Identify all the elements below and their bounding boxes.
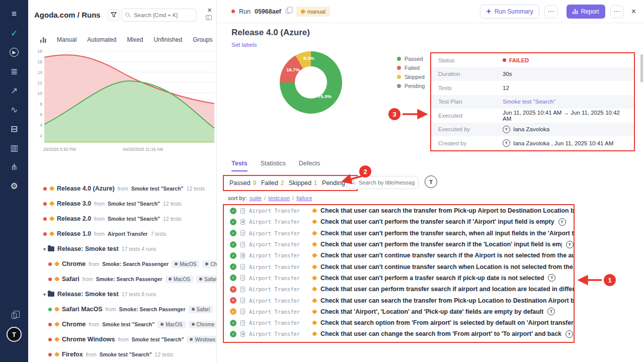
run-list-item[interactable]: ▾ Release: Smoke test 17 tests 4 runs [28, 241, 217, 256]
filter-funnel-button[interactable] [108, 9, 119, 21]
test-row[interactable]: Airport Transfer Check that user can't p… [224, 239, 574, 250]
run-filter-tab[interactable]: Unfinished [153, 36, 182, 43]
run-list-item[interactable]: Chrome from Smoke: Search Passenger MacO… [28, 256, 217, 272]
run-name: Release 4.0 (Azure) [57, 185, 115, 192]
from-label: from [83, 276, 93, 282]
run-status-dot [43, 202, 47, 206]
funnel-icon [111, 12, 117, 18]
test-row[interactable]: Airport Transfer Check that user can per… [224, 284, 574, 295]
sort-by-suite[interactable]: suite [250, 195, 262, 201]
test-row[interactable]: Airport Transfer Check that search optio… [224, 317, 574, 328]
tests-search-input[interactable] [346, 176, 419, 189]
test-status-icon [230, 331, 236, 337]
os-icon [175, 262, 178, 265]
run-list-item[interactable]: Release 3.0 from Smoke test "Search" 12 … [28, 196, 217, 211]
run-name: Firefox [62, 351, 83, 358]
run-filter-tab[interactable]: Groups [193, 36, 212, 43]
page-title: Release 4.0 (Azure) [231, 28, 310, 38]
report-button[interactable]: Report [567, 5, 605, 19]
tests-icon[interactable]: ✓ [7, 26, 21, 40]
set-labels-link[interactable]: Set labels [231, 42, 257, 48]
test-row[interactable]: Airport Transfer Check that user can sea… [224, 295, 574, 306]
env-badge: Chrome [189, 321, 217, 328]
branches-icon[interactable]: ⋔ [7, 160, 21, 174]
test-status-icon [230, 241, 236, 248]
run-list-item[interactable]: Release 4.0 (Azure) from Smoke test "Sea… [28, 181, 217, 196]
status-filter[interactable]: Passed 9 [229, 179, 257, 187]
run-list-item[interactable]: Chrome Windows from Smoke test "Search" … [28, 332, 217, 347]
legend-item: Pending [397, 81, 425, 90]
test-title: Check that user can perform transfer sea… [320, 286, 574, 293]
detail-tab[interactable]: Tests [231, 160, 248, 171]
copy-run-id-button[interactable] [286, 8, 290, 15]
run-source: Smoke: Search Passenger [96, 276, 163, 282]
run-list-item[interactable]: Chrome from Smoke test "Search" MacOS Ch… [28, 317, 217, 332]
test-row[interactable]: Airport Transfer Check that 'Airport', '… [224, 306, 574, 317]
close-panel-icon[interactable]: × [207, 6, 212, 14]
tests-search [346, 176, 419, 189]
run-list-item[interactable]: Safari MacOS from Smoke: Search Passenge… [28, 302, 217, 317]
donut-pct-skipped: 8.3% [303, 55, 314, 61]
docs-icon[interactable] [12, 312, 17, 321]
run-list-item[interactable]: Firefox from Smoke test "Search" 12 test… [28, 347, 217, 362]
test-row[interactable]: Airport Transfer Check that user can't c… [224, 250, 574, 261]
run-filter-tab[interactable]: Mixed [127, 36, 143, 43]
test-row[interactable]: Airport Transfer Check that user can sea… [224, 205, 574, 216]
reports-icon[interactable]: ▥ [7, 141, 21, 155]
flame-icon [311, 320, 317, 325]
test-title: Check that user can't perform a trasfer … [320, 275, 544, 282]
run-list-item[interactable]: Release 1.0 from Airport Transfer 7 test… [28, 226, 217, 241]
close-icon[interactable]: × [631, 7, 636, 16]
analytics-icon[interactable]: ↗ [7, 83, 21, 98]
test-row[interactable]: Airport Transfer Check that user can't p… [224, 216, 574, 227]
run-source: Smoke test "Search" [100, 351, 152, 357]
search-input[interactable] [121, 9, 197, 22]
run-filter-tab[interactable]: Automated [87, 36, 116, 43]
testcase-icon [240, 320, 245, 326]
run-name: Release 2.0 [57, 215, 91, 222]
sort-by-testcase[interactable]: testcase [268, 195, 290, 201]
more-options-button[interactable]: ⋯ [544, 5, 557, 18]
run-name: Chrome Windows [62, 336, 115, 343]
collapse-sidebar-icon[interactable] [206, 15, 212, 20]
run-list-item[interactable]: Safari from Smoke: Search Passenger MacO… [28, 272, 217, 287]
run-source: Smoke: Search Passenger [119, 306, 186, 312]
testcase-icon [240, 264, 245, 269]
y-tick: 14 [29, 70, 42, 75]
chevron-down-icon[interactable]: ▾ [43, 246, 46, 252]
user-avatar[interactable] [7, 327, 22, 342]
sort-by-failure[interactable]: failure [296, 195, 312, 201]
testcase-icon [240, 275, 245, 281]
flame-icon [300, 9, 305, 14]
run-list-item[interactable]: Release 2.0 from Smoke test "Search" 12 … [28, 211, 217, 226]
test-status-icon [230, 263, 236, 270]
breadcrumb: Agoda.com / Runs [34, 11, 101, 19]
status-filter[interactable]: Skipped 1 [289, 179, 317, 187]
run-summary-button[interactable]: Run Summary [480, 5, 539, 19]
run-list-item[interactable]: ▾ Release: Smoke test 17 tests 8 runs [28, 287, 217, 302]
y-tick: 2 [29, 133, 42, 138]
test-row[interactable]: Airport Transfer Check that user can't p… [224, 273, 574, 284]
test-row[interactable]: Airport Transfer Check that user can't p… [224, 228, 574, 239]
detail-tab[interactable]: Statistics [261, 160, 286, 171]
detail-tab[interactable]: Defects [299, 160, 320, 171]
test-row[interactable]: Airport Transfer Check that user can cha… [224, 328, 574, 339]
chevron-down-icon[interactable]: ▾ [43, 292, 46, 297]
settings-icon[interactable]: ⚙ [7, 179, 21, 193]
launches-icon[interactable]: ⊟ [7, 122, 21, 136]
pulse-icon[interactable]: ∿ [7, 103, 21, 117]
scrollbar-thumb[interactable] [640, 54, 643, 82]
test-row[interactable]: Airport Transfer Check that user can't c… [224, 261, 574, 272]
assignee-filter-button[interactable] [425, 175, 437, 188]
runs-icon[interactable]: ▶ [7, 45, 21, 59]
more-options-button[interactable]: ⋯ [610, 5, 623, 18]
status-filter[interactable]: Failed 2 [261, 179, 284, 187]
run-filter-tab[interactable]: Manual [57, 36, 76, 43]
chart-view-icon[interactable] [40, 37, 46, 43]
menu-icon[interactable]: ≡ [7, 7, 21, 21]
test-status-icon [230, 308, 236, 315]
test-plans-icon[interactable]: ≣ [7, 64, 21, 78]
status-count: 9 [253, 179, 257, 187]
run-info-panel: Status FAILED Duration 30s [430, 52, 635, 151]
test-status-icon [230, 297, 236, 304]
